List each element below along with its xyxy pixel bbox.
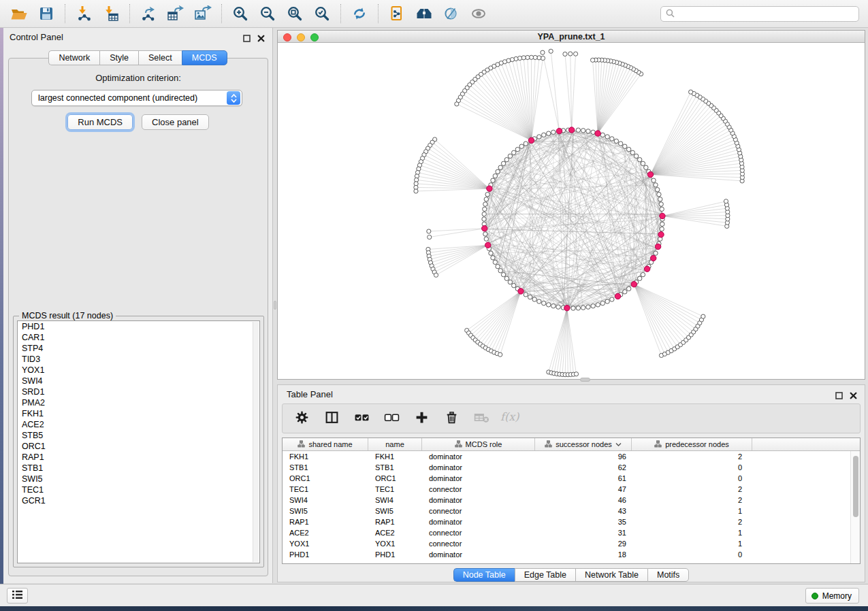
node[interactable]: [658, 197, 662, 201]
cell-successor-nodes[interactable]: 46: [535, 495, 632, 506]
cell-shared-name[interactable]: ORC1: [283, 473, 368, 484]
leaf-node[interactable]: [574, 372, 578, 376]
mcds-node[interactable]: [631, 282, 637, 287]
mcds-node[interactable]: [615, 293, 620, 299]
cell-predecessor-nodes[interactable]: 2: [632, 495, 752, 506]
node[interactable]: [515, 147, 519, 151]
node[interactable]: [581, 306, 585, 310]
node[interactable]: [605, 299, 609, 303]
mcds-node[interactable]: [518, 288, 524, 294]
node[interactable]: [483, 207, 487, 211]
mcds-result-item[interactable]: PHD1: [18, 321, 259, 332]
float-panel-icon[interactable]: [243, 33, 251, 45]
cell-predecessor-nodes[interactable]: 1: [632, 506, 752, 516]
mcds-node[interactable]: [658, 232, 664, 237]
leaf-node[interactable]: [455, 102, 459, 106]
import-table-button[interactable]: [97, 2, 125, 25]
leaf-node[interactable]: [428, 235, 432, 239]
node[interactable]: [491, 256, 495, 260]
tab-network[interactable]: Network: [48, 50, 99, 65]
node[interactable]: [655, 188, 659, 192]
node[interactable]: [491, 178, 495, 182]
node[interactable]: [512, 283, 516, 287]
node[interactable]: [485, 193, 489, 197]
add-column-button[interactable]: [413, 410, 430, 427]
cell-successor-nodes[interactable]: 62: [535, 462, 632, 473]
node[interactable]: [641, 161, 645, 165]
export-network-button[interactable]: [135, 2, 162, 25]
cell-MCDS-role[interactable]: connector: [422, 527, 535, 538]
node[interactable]: [489, 251, 493, 255]
mcds-node[interactable]: [487, 186, 492, 191]
leaf-node[interactable]: [689, 90, 693, 94]
node[interactable]: [614, 139, 618, 143]
node[interactable]: [498, 165, 502, 169]
cell-successor-nodes[interactable]: 31: [535, 527, 632, 538]
mcds-result-item[interactable]: ORC1: [18, 441, 259, 452]
node[interactable]: [493, 260, 497, 264]
table-row[interactable]: STB1STB1dominator620: [283, 462, 860, 473]
node[interactable]: [493, 174, 497, 178]
node[interactable]: [524, 142, 528, 146]
close-panel-icon[interactable]: [257, 33, 265, 45]
cell-shared-name[interactable]: RAP1: [283, 516, 368, 527]
node[interactable]: [501, 161, 505, 165]
node[interactable]: [547, 303, 551, 307]
mcds-result-item[interactable]: RAP1: [18, 452, 259, 463]
node[interactable]: [644, 165, 648, 169]
leaf-node[interactable]: [541, 50, 545, 54]
open-session-button[interactable]: [5, 2, 33, 25]
show-hide-button[interactable]: [465, 2, 492, 25]
node[interactable]: [556, 305, 560, 309]
node[interactable]: [660, 227, 664, 231]
node[interactable]: [591, 304, 595, 308]
table-row[interactable]: TEC1TEC1connector472: [283, 484, 860, 495]
cell-name[interactable]: ACE2: [368, 527, 422, 538]
cell-MCDS-role[interactable]: dominator: [422, 462, 535, 473]
cell-name[interactable]: RAP1: [368, 516, 422, 527]
cell-successor-nodes[interactable]: 47: [535, 484, 632, 495]
cell-predecessor-nodes[interactable]: 0: [632, 462, 752, 473]
cell-name[interactable]: STB1: [368, 462, 422, 473]
node[interactable]: [586, 129, 590, 133]
node[interactable]: [482, 212, 486, 216]
leaf-node[interactable]: [517, 56, 521, 60]
cell-predecessor-nodes[interactable]: 0: [632, 473, 752, 484]
mcds-node[interactable]: [564, 305, 570, 310]
mcds-node[interactable]: [644, 266, 649, 271]
node[interactable]: [537, 135, 541, 139]
node[interactable]: [496, 264, 500, 268]
node[interactable]: [482, 217, 486, 221]
column-header-predecessor-nodes[interactable]: predecessor nodes: [632, 438, 752, 450]
node[interactable]: [484, 197, 488, 201]
cell-shared-name[interactable]: SWI4: [283, 495, 368, 506]
tab-mcds[interactable]: MCDS: [182, 50, 227, 65]
cell-successor-nodes[interactable]: 61: [535, 473, 632, 484]
task-history-button[interactable]: [7, 588, 28, 604]
cell-successor-nodes[interactable]: 18: [535, 549, 632, 560]
node[interactable]: [542, 133, 546, 137]
tab-style[interactable]: Style: [99, 50, 138, 65]
node[interactable]: [512, 150, 516, 154]
mcds-result-item[interactable]: FKH1: [18, 408, 259, 419]
node[interactable]: [504, 276, 509, 280]
cell-predecessor-nodes[interactable]: 2: [632, 484, 752, 495]
node[interactable]: [532, 297, 536, 301]
mcds-result-item[interactable]: YOX1: [18, 365, 259, 376]
node[interactable]: [581, 129, 585, 133]
mcds-node[interactable]: [528, 137, 534, 143]
mcds-result-item[interactable]: STP4: [18, 343, 259, 354]
network-graph[interactable]: [278, 43, 865, 378]
node[interactable]: [528, 295, 532, 299]
tab-motifs[interactable]: Motifs: [647, 568, 689, 582]
node[interactable]: [508, 280, 512, 284]
node[interactable]: [484, 237, 488, 241]
node[interactable]: [630, 150, 634, 154]
node[interactable]: [657, 193, 661, 197]
node[interactable]: [605, 135, 609, 139]
tab-edge-table[interactable]: Edge Table: [515, 568, 575, 582]
mcds-list-scrollbar[interactable]: [253, 322, 259, 562]
close-table-panel-icon[interactable]: [850, 390, 857, 402]
node[interactable]: [660, 207, 664, 211]
mcds-result-item[interactable]: PMA2: [18, 397, 259, 408]
